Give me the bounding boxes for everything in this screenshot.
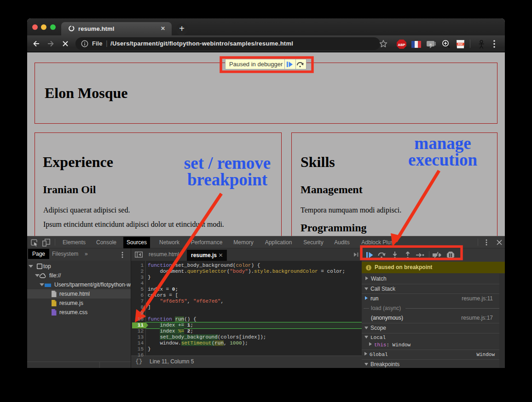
svg-text:ABP: ABP — [398, 43, 405, 47]
svg-text:PDF: PDF — [458, 43, 463, 46]
svg-text:a: a — [429, 42, 432, 46]
